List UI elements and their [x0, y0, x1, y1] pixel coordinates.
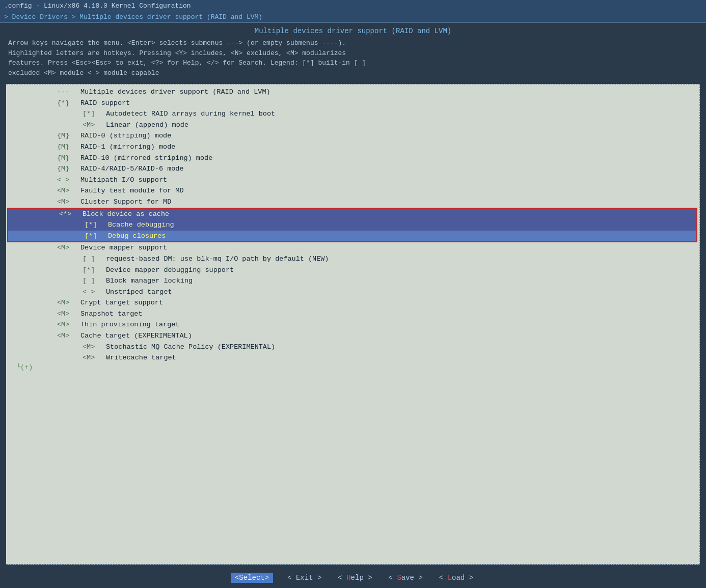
menu-item-21[interactable]: <M>Snapshot target [6, 309, 699, 320]
help-text: Arrow keys navigate the menu. <Enter> se… [0, 36, 706, 80]
menu-item-5[interactable]: {M}RAID-0 (striping) mode [6, 130, 699, 142]
breadcrumb-bar: > Device Drivers > Multiple devices driv… [0, 12, 706, 23]
exit-button[interactable]: < Exit > [285, 573, 323, 583]
menu-area[interactable]: ---Multiple devices driver support (RAID… [6, 84, 700, 565]
menu-item-20[interactable]: <M>Crypt target support [6, 297, 699, 309]
menu-item-19[interactable]: < >Unstriped target [6, 287, 699, 298]
menu-item-4[interactable]: <M>Linear (append) mode [6, 120, 699, 131]
menu-item-10[interactable]: <M>Faulty test module for MD [6, 185, 699, 197]
menu-item-7[interactable]: {M}RAID-10 (mirrored striping) mode [6, 153, 699, 164]
breadcrumb-text: > Device Drivers > Multiple devices driv… [4, 13, 262, 21]
title-bar: .config - Linux/x86 4.18.0 Kernel Config… [0, 0, 706, 12]
menu-item-22[interactable]: <M>Thin provisioning target [6, 319, 699, 330]
menu-item-8[interactable]: {M}RAID-4/RAID-5/RAID-6 mode [6, 163, 699, 175]
menu-item-2[interactable]: {*}RAID support [6, 98, 699, 109]
menu-item-13[interactable]: [*]Bcache debugging [8, 219, 696, 231]
save-button[interactable]: < Save > [387, 573, 425, 583]
menu-item-11[interactable]: <M>Cluster Support for MD [6, 197, 699, 208]
menu-item-17[interactable]: [*]Device mapper debugging support [6, 265, 699, 276]
main-container: Multiple devices driver support (RAID an… [0, 23, 706, 588]
load-button[interactable]: < Load > [437, 573, 475, 583]
menu-item-23[interactable]: <M>Cache target (EXPERIMENTAL) [6, 330, 699, 342]
menu-item-24[interactable]: <M>Stochastic MQ Cache Policy (EXPERIMEN… [6, 342, 699, 353]
menu-item-12[interactable]: <*>Block device as cache [8, 209, 696, 220]
menu-item-15[interactable]: <M>Device mapper support [6, 242, 699, 254]
menu-item-14[interactable]: [*]Debug closures [8, 231, 696, 242]
menu-item-1[interactable]: ---Multiple devices driver support (RAID… [6, 87, 699, 98]
menu-item-18[interactable]: [ ]Block manager locking [6, 275, 699, 287]
menu-item-25[interactable]: <M>Writecache target [6, 352, 699, 363]
menu-item-16[interactable]: [ ]request-based DM: use blk-mq I/O path… [6, 254, 699, 265]
bottom-bar: <Select> < Exit > < Help > < Save > < Lo… [0, 569, 706, 588]
page-title: Multiple devices driver support (RAID an… [0, 23, 706, 36]
help-button[interactable]: < Help > [336, 573, 374, 583]
menu-item-9[interactable]: < >Multipath I/O support [6, 175, 699, 186]
select-button[interactable]: <Select> [231, 573, 273, 583]
menu-item-3[interactable]: [*]Autodetect RAID arrays during kernel … [6, 108, 699, 120]
menu-item-6[interactable]: {M}RAID-1 (mirroring) mode [6, 142, 699, 153]
title-text: .config - Linux/x86 4.18.0 Kernel Config… [4, 2, 191, 10]
